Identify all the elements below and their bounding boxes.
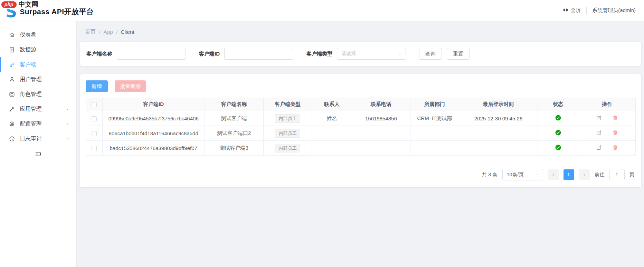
- cell-dept: [410, 126, 459, 141]
- client-type-tag: 内部员工: [275, 114, 300, 123]
- table-row: 806ca1b0b01f4d18a116466ac9c8a5dd 测试客户端口2…: [86, 126, 636, 141]
- status-enabled-icon: [555, 131, 561, 137]
- edit-icon[interactable]: [596, 115, 602, 121]
- col-client-name: 客户端名称: [205, 98, 263, 111]
- table-row: 09995e0a9e954535b7f3756c7bc46406 测试客户端 内…: [86, 111, 636, 126]
- table-header-row: 客户端ID 客户端名称 客户端类型 联系人 联系电话 所属部门 最后登录时间 状…: [86, 98, 636, 111]
- watermark-site-label: 中文网: [19, 0, 38, 9]
- client-type-label: 客户端类型: [306, 51, 332, 57]
- batch-delete-button[interactable]: 批量删除: [115, 80, 146, 92]
- add-button[interactable]: 新增: [86, 80, 108, 92]
- sidebar-item-label: 日志审计: [20, 135, 60, 142]
- sidebar-collapse-button[interactable]: [0, 150, 76, 159]
- sidebar-item-client[interactable]: 客户端: [0, 57, 76, 72]
- search-panel: 客户端名称 客户端ID 客户端类型 请选择 查询 重置: [80, 42, 641, 66]
- select-all-checkbox[interactable]: [92, 102, 97, 107]
- sidebar-item-audit[interactable]: 日志审计: [0, 131, 76, 146]
- cell-client-name: 测试客户端: [205, 111, 263, 126]
- total-count: 共 3 条: [482, 171, 497, 178]
- sidebar-item-label: 角色管理: [20, 91, 76, 98]
- chevron-down-icon: [398, 52, 402, 56]
- sidebar-item-label: 应用管理: [20, 106, 60, 113]
- client-type-tag: 内部员工: [275, 144, 300, 152]
- delete-icon[interactable]: [612, 145, 618, 150]
- goto-page-input[interactable]: [609, 169, 625, 180]
- client-id-group: 客户端ID: [199, 48, 293, 60]
- sidebar-item-config[interactable]: 配置管理: [0, 117, 76, 131]
- header-divider: [557, 7, 557, 14]
- datasource-icon: [9, 47, 15, 53]
- edit-icon[interactable]: [596, 145, 602, 150]
- breadcrumb-separator: /: [116, 29, 117, 35]
- sidebar-item-roles[interactable]: 角色管理: [0, 87, 76, 102]
- page-size-select[interactable]: 10条/页: [502, 169, 543, 180]
- row-checkbox[interactable]: [92, 116, 97, 121]
- sidebar-item-users[interactable]: 用户管理: [0, 72, 76, 87]
- client-name-input[interactable]: [117, 48, 186, 60]
- delete-icon[interactable]: [612, 115, 618, 121]
- sidebar-item-label: 数据源: [20, 46, 76, 53]
- cell-phone: [352, 126, 410, 141]
- client-name-group: 客户端名称: [86, 48, 186, 60]
- pagination: 共 3 条 10条/页 1 前往 页: [86, 169, 636, 182]
- query-button[interactable]: 查询: [419, 48, 442, 60]
- client-type-tag: 内部员工: [275, 129, 300, 138]
- sidebar-item-label: 客户端: [20, 61, 76, 68]
- clock-icon: [9, 136, 15, 142]
- fullscreen-label: 全屏: [570, 7, 581, 14]
- cell-client-name: 测试客户端3: [205, 141, 263, 156]
- cell-phone: 15619854856: [352, 111, 410, 126]
- col-contact: 联系人: [312, 98, 352, 111]
- client-table-panel: 新增 批量删除 客户端ID 客户端名称 客户端类型 联系人 联系电: [80, 74, 641, 187]
- chevron-down-icon: [535, 172, 539, 177]
- client-type-select[interactable]: 请选择: [337, 48, 406, 60]
- header-divider: [586, 7, 587, 14]
- sidebar: 仪表盘 数据源 客户端 用户管理: [0, 21, 77, 267]
- cell-client-name: 测试客户端口2: [205, 126, 263, 141]
- key-icon: [9, 61, 15, 68]
- config-icon: [9, 121, 15, 127]
- next-page-button[interactable]: [579, 169, 590, 180]
- cell-client-id: 09995e0a9e954535b7f3756c7bc46406: [102, 111, 205, 126]
- php-badge: php: [1, 1, 17, 9]
- chevron-down-icon: [65, 122, 69, 126]
- client-name-label: 客户端名称: [86, 51, 112, 57]
- cell-contact: 姓名: [312, 111, 352, 126]
- table-row: badc153586024476a39803d9dff9ef07 测试客户端3 …: [86, 141, 636, 156]
- row-checkbox[interactable]: [92, 146, 97, 151]
- page-size-value: 10条/页: [507, 171, 524, 178]
- client-id-label: 客户端ID: [199, 51, 220, 57]
- breadcrumb: 首页 / App / Client: [80, 21, 641, 36]
- breadcrumb-app[interactable]: App: [103, 29, 113, 35]
- sidebar-item-datasource[interactable]: 数据源: [0, 42, 76, 57]
- select-placeholder: 请选择: [341, 51, 356, 57]
- prev-page-button[interactable]: [548, 169, 559, 180]
- edit-icon[interactable]: [596, 130, 602, 136]
- page-number-current[interactable]: 1: [564, 169, 574, 180]
- client-table: 客户端ID 客户端名称 客户端类型 联系人 联系电话 所属部门 最后登录时间 状…: [86, 98, 636, 156]
- client-id-input[interactable]: [224, 48, 293, 60]
- col-client-type: 客户端类型: [263, 98, 312, 111]
- table-toolbar: 新增 批量删除: [86, 80, 636, 92]
- current-user[interactable]: 系统管理员(admin): [592, 7, 636, 14]
- col-status: 状态: [538, 98, 578, 111]
- delete-icon[interactable]: [612, 130, 618, 136]
- sidebar-item-label: 仪表盘: [20, 31, 76, 39]
- cell-phone: [352, 141, 410, 156]
- chevron-down-icon: [65, 107, 69, 111]
- cell-client-id: badc153586024476a39803d9dff9ef07: [102, 141, 205, 156]
- breadcrumb-current: Client: [121, 29, 134, 35]
- col-dept: 所属部门: [410, 98, 459, 111]
- collapse-icon: [35, 150, 42, 159]
- breadcrumb-home[interactable]: 首页: [85, 28, 96, 36]
- cell-contact: [312, 126, 352, 141]
- reset-button[interactable]: 重置: [447, 48, 470, 60]
- sidebar-item-dashboard[interactable]: 仪表盘: [0, 28, 76, 42]
- fullscreen-button[interactable]: 全屏: [563, 7, 581, 14]
- col-phone: 联系电话: [352, 98, 410, 111]
- breadcrumb-separator: /: [99, 29, 100, 35]
- cell-dept: CRM_IT测试部: [410, 111, 459, 126]
- row-checkbox[interactable]: [92, 131, 97, 136]
- sidebar-item-apps[interactable]: 应用管理: [0, 102, 76, 117]
- role-icon: [9, 91, 15, 98]
